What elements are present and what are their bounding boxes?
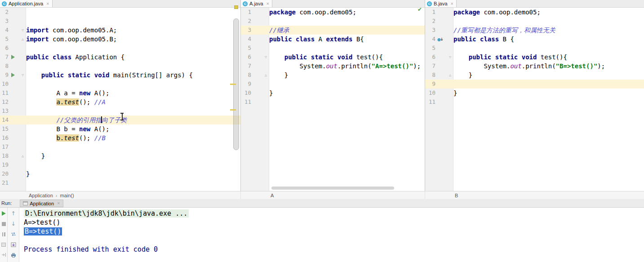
export-icon	[11, 242, 16, 247]
export-button[interactable]	[10, 241, 17, 248]
close-icon[interactable]: ×	[451, 1, 453, 6]
restore-layout-icon	[1, 243, 6, 247]
close-icon[interactable]: ×	[266, 1, 269, 6]
run-method-icon[interactable]	[11, 73, 15, 77]
next-occurrence-button[interactable]: ↓	[10, 221, 17, 227]
close-icon[interactable]: ×	[57, 201, 60, 206]
line-number: 8	[425, 71, 435, 80]
pause-icon	[2, 232, 4, 236]
soft-wrap-button[interactable]	[10, 231, 17, 237]
prev-occurrence-button[interactable]: ↑	[10, 210, 17, 217]
code-line: 7 System.out.println("A=>test()");	[241, 62, 425, 71]
code-line: 6	[0, 44, 240, 53]
console-output[interactable]: D:\Environment\jdk8\jdk\bin\java.exe ...…	[19, 208, 644, 262]
warning-stripe-mark[interactable]	[230, 84, 236, 85]
tab-application-java[interactable]: C Application.java ×	[0, 0, 53, 7]
run-tab-application[interactable]: Application ×	[20, 200, 63, 207]
tab-a-java[interactable]: C A.java ×	[241, 0, 272, 7]
breadcrumb[interactable]: A	[241, 191, 425, 199]
code-editor[interactable]: 234▿import com.oop.demo05.A;5▵import com…	[0, 8, 240, 191]
rerun-button[interactable]	[0, 210, 7, 217]
editor-pane-b-java: C B.java × 1package com.oop.demo05;23//重…	[425, 0, 644, 191]
line-number: 2	[0, 8, 9, 17]
code-line: 6▿ public static void test(){	[425, 53, 644, 62]
code-line: 7public class Application {	[0, 53, 240, 62]
breadcrumb[interactable]: B	[425, 191, 644, 199]
line-number: 9	[425, 80, 435, 89]
code-line: 18▵ }	[0, 151, 240, 160]
code-line: 9	[241, 80, 425, 89]
fold-marker-icon[interactable]: ▵	[449, 71, 451, 80]
line-number: 7	[241, 62, 251, 71]
tab-label: Application.java	[9, 1, 43, 6]
code-line: 4public class B {	[425, 35, 644, 44]
stop-icon	[2, 222, 6, 226]
breadcrumb-item[interactable]: A	[271, 193, 274, 198]
stop-button[interactable]	[0, 221, 7, 227]
code-line: 3//重写都是方法的重写，和属性无关	[425, 26, 644, 35]
code-line: 11	[241, 98, 425, 107]
code-line: 11 A a = new A();	[0, 89, 240, 98]
print-button[interactable]	[10, 252, 17, 258]
breadcrumb-item[interactable]: Application	[29, 193, 53, 198]
soft-wrap-icon	[11, 232, 16, 236]
code-line: 13	[0, 107, 240, 115]
code-line: 10	[0, 80, 240, 89]
fold-marker-icon[interactable]: ▵	[22, 35, 24, 44]
code-line: 2	[241, 17, 425, 26]
code-line: 7 System.out.println("B=>test()");	[425, 62, 644, 71]
class-icon: C	[427, 1, 432, 6]
code-line: 16 b.test(); //B	[0, 133, 240, 142]
line-number: 4	[0, 26, 9, 35]
breadcrumb-item[interactable]: main()	[60, 193, 74, 198]
class-icon: C	[243, 1, 248, 6]
line-number: 11	[425, 98, 435, 107]
fold-marker-icon[interactable]: ▵	[22, 151, 24, 160]
code-editor[interactable]: 1package com.oop.demo05;23//重写都是方法的重写，和属…	[425, 8, 644, 191]
line-number: 11	[0, 89, 9, 98]
code-line: 5▵import com.oop.demo05.B;	[0, 35, 240, 44]
breadcrumb-item[interactable]: B	[455, 193, 458, 198]
warning-stripe-mark[interactable]	[230, 109, 236, 111]
tab-b-java[interactable]: C B.java ×	[425, 0, 457, 7]
fold-marker-icon[interactable]: ▿	[265, 53, 267, 62]
line-number: 16	[0, 133, 9, 142]
fold-marker-icon[interactable]: ▿	[22, 26, 24, 35]
code-editor[interactable]: 1package com.oop.demo05;23//继承4public cl…	[241, 8, 425, 191]
code-line: 10}	[425, 89, 644, 98]
line-number: 10	[241, 89, 251, 98]
line-number: 1	[425, 8, 435, 17]
code-line: 1package com.oop.demo05;	[241, 8, 425, 17]
run-method-icon[interactable]	[11, 55, 15, 59]
code-line: 9	[425, 80, 644, 89]
skip-to-next-button[interactable]	[0, 252, 7, 258]
breadcrumb[interactable]: Application›main()	[0, 191, 241, 199]
line-number: 4	[425, 35, 435, 44]
code-line: 10}	[241, 89, 425, 98]
console-line: A=>test()	[24, 218, 644, 227]
code-line: 20}	[0, 169, 240, 178]
fold-marker-icon[interactable]: ▿	[449, 53, 451, 62]
inspection-ok-icon[interactable]: ✔	[417, 6, 422, 13]
fold-marker-icon[interactable]: ▵	[265, 71, 267, 80]
line-number: 20	[0, 169, 9, 178]
horizontal-scrollbar[interactable]	[271, 187, 394, 190]
tab-bar: C Application.java ×	[0, 0, 240, 8]
print-icon	[11, 253, 16, 258]
code-line: 1package com.oop.demo05;	[425, 8, 644, 17]
line-number: 7	[0, 53, 9, 62]
line-number: 2	[241, 17, 251, 26]
pause-output-button[interactable]	[0, 231, 7, 237]
code-line: 8▵ }	[241, 71, 425, 80]
fold-marker-icon[interactable]: ▿	[22, 71, 24, 80]
code-line: 17	[0, 142, 240, 151]
close-icon[interactable]: ×	[46, 1, 49, 6]
line-number: 8	[241, 71, 251, 80]
code-line: 14 //父类的引用指向了子类	[0, 115, 240, 124]
line-number: 3	[425, 26, 435, 35]
tab-label: A.java	[249, 1, 263, 6]
line-number: 6	[241, 53, 251, 62]
warning-stripe-icon[interactable]	[234, 5, 238, 9]
line-number: 21	[0, 178, 9, 187]
restore-layout-button[interactable]	[0, 241, 7, 248]
